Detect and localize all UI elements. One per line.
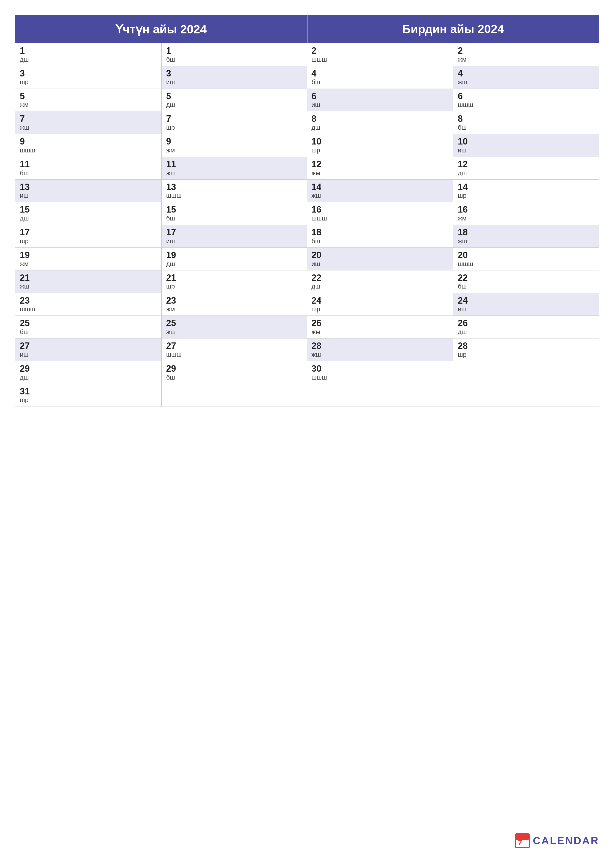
day-abbr: шр bbox=[166, 124, 303, 132]
day-abbr: дш bbox=[166, 260, 303, 268]
day-cell-left: 4бш bbox=[307, 66, 453, 88]
day-number: 20 bbox=[311, 250, 448, 260]
day-cell-right: 3иш bbox=[161, 66, 307, 88]
day-number: 3 bbox=[166, 68, 303, 78]
day-cell-right: 9жм bbox=[161, 134, 307, 157]
day-cell-left: 14жш bbox=[307, 180, 453, 202]
svg-text:7: 7 bbox=[518, 839, 522, 847]
day-cell-left: 11бш bbox=[16, 157, 161, 180]
day-abbr: дш bbox=[311, 282, 448, 290]
day-abbr: шшш bbox=[311, 374, 448, 381]
day-cell-right: 21шр bbox=[161, 270, 307, 293]
day-cell-right-empty bbox=[161, 384, 307, 406]
day-row: 30шшш bbox=[307, 361, 598, 384]
day-number: 9 bbox=[20, 136, 157, 146]
day-abbr: бш bbox=[311, 237, 448, 245]
day-number: 11 bbox=[166, 160, 303, 169]
footer-logo: 7 CALENDAR bbox=[515, 833, 599, 848]
day-row: 3шр3иш bbox=[16, 66, 307, 88]
day-row: 11бш11жш bbox=[16, 157, 307, 180]
day-number: 10 bbox=[311, 136, 448, 146]
day-number: 22 bbox=[311, 273, 448, 283]
day-row: 10шр10иш bbox=[307, 134, 598, 157]
day-abbr: жм bbox=[20, 101, 157, 108]
day-number: 11 bbox=[20, 160, 157, 169]
day-abbr: дш bbox=[311, 124, 448, 132]
calendar-logo-icon: 7 bbox=[515, 833, 530, 848]
day-row: 2шшш2жм bbox=[307, 43, 598, 66]
day-row: 4бш4жш bbox=[307, 66, 598, 88]
day-cell-left: 15дш bbox=[16, 202, 161, 225]
day-abbr: жм bbox=[166, 305, 303, 313]
day-number: 12 bbox=[311, 160, 448, 169]
day-cell-left: 23шшш bbox=[16, 293, 161, 316]
day-row: 15дш15бш bbox=[16, 202, 307, 225]
day-abbr: бш bbox=[311, 78, 448, 86]
day-cell-right: 26дш bbox=[453, 315, 598, 338]
day-number: 16 bbox=[458, 205, 594, 214]
day-abbr: дш bbox=[20, 374, 157, 381]
day-number: 15 bbox=[20, 205, 157, 214]
day-row: 5жм5дш bbox=[16, 88, 307, 112]
day-abbr: жш bbox=[166, 169, 303, 177]
day-abbr: шр bbox=[20, 78, 157, 86]
day-abbr: шшш bbox=[311, 56, 448, 64]
day-abbr: жш bbox=[20, 282, 157, 290]
day-abbr: дш bbox=[458, 169, 594, 177]
day-cell-right: 27шшш bbox=[161, 338, 307, 361]
day-number: 26 bbox=[311, 318, 448, 328]
day-cell-right: 25жш bbox=[161, 315, 307, 338]
day-number: 19 bbox=[20, 250, 157, 260]
day-abbr: шр bbox=[311, 305, 448, 313]
footer: 7 CALENDAR bbox=[515, 833, 599, 848]
day-cell-left: 20иш bbox=[307, 248, 453, 270]
day-abbr: бш bbox=[458, 282, 594, 290]
month-header-right: Бирдин айы 2024 bbox=[307, 16, 598, 43]
day-abbr: иш bbox=[20, 351, 157, 358]
day-number: 18 bbox=[311, 227, 448, 237]
day-number: 25 bbox=[20, 318, 157, 328]
day-cell-right: 13шшш bbox=[161, 180, 307, 202]
day-cell-left: 30шшш bbox=[307, 361, 453, 384]
day-number: 4 bbox=[458, 68, 594, 78]
day-number: 31 bbox=[20, 386, 157, 397]
day-number: 5 bbox=[166, 91, 303, 101]
day-row: 23шшш23жм bbox=[16, 293, 307, 316]
day-abbr: дш bbox=[458, 328, 594, 336]
day-cell-left: 8дш bbox=[307, 111, 453, 134]
day-cell-right: 8бш bbox=[453, 111, 598, 134]
footer-logo-text: CALENDAR bbox=[533, 835, 599, 847]
day-row: 6иш6шшш bbox=[307, 88, 598, 112]
day-cell-left: 6иш bbox=[307, 88, 453, 112]
day-row: 29дш29бш bbox=[16, 361, 307, 384]
day-cell-right: 29бш bbox=[161, 361, 307, 384]
day-abbr: бш bbox=[166, 214, 303, 222]
day-abbr: иш bbox=[311, 260, 448, 268]
day-cell-left: 2шшш bbox=[307, 43, 453, 66]
day-abbr: дш bbox=[20, 56, 157, 64]
day-abbr: шр bbox=[311, 146, 448, 154]
day-number: 6 bbox=[311, 91, 448, 101]
day-row: 20иш20шшш bbox=[307, 248, 598, 270]
day-abbr: иш bbox=[458, 305, 594, 313]
day-number: 12 bbox=[458, 160, 594, 169]
day-abbr: иш bbox=[311, 101, 448, 108]
day-number: 13 bbox=[20, 182, 157, 192]
day-abbr: жм bbox=[458, 56, 594, 64]
day-number: 28 bbox=[458, 341, 594, 351]
page: Үчтүн айы 2024 Бирдин айы 2024 1дш1бш2шш… bbox=[0, 0, 614, 868]
day-number: 13 bbox=[166, 182, 303, 192]
day-row: 19жм19дш bbox=[16, 248, 307, 270]
day-number: 17 bbox=[166, 227, 303, 237]
day-number: 27 bbox=[20, 341, 157, 351]
day-number: 2 bbox=[458, 46, 594, 56]
day-cell-left: 28жш bbox=[307, 338, 453, 361]
day-number: 30 bbox=[311, 364, 448, 374]
day-abbr: жш bbox=[311, 192, 448, 200]
day-cell-left: 5жм bbox=[16, 88, 161, 112]
day-row: 9шшш9жм bbox=[16, 134, 307, 157]
day-cell-right: 6шшш bbox=[453, 88, 598, 112]
day-number: 23 bbox=[166, 296, 303, 305]
day-number: 19 bbox=[166, 250, 303, 260]
day-abbr: бш bbox=[20, 328, 157, 336]
